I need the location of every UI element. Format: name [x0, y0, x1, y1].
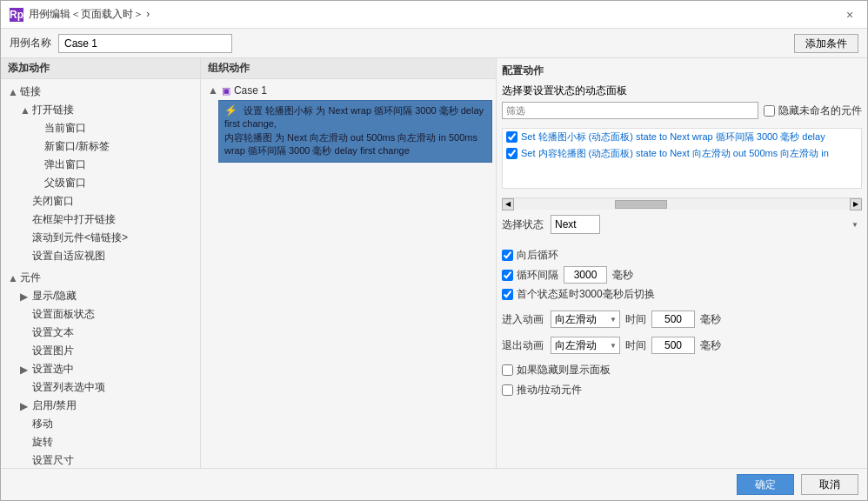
tree-children-links: ▲ 打开链接 当前窗口 新窗口/新标签 弹出窗口 父级窗口 关闭窗口 在框架中打…	[1, 101, 200, 265]
case-header: ▲ ▣ Case 1	[204, 83, 492, 98]
enter-anim-time-unit: 毫秒	[700, 312, 721, 327]
case-tree-arrow: ▲	[208, 84, 218, 97]
interval-checkbox[interactable]	[502, 270, 513, 281]
first-delay-checkbox[interactable]	[502, 289, 513, 300]
tree-children-elements: ▶ 显示/隐藏 设置面板状态 设置文本 设置图片 ▶ 设置选中 设置列表选中项 …	[1, 287, 200, 468]
forward-loop-option[interactable]: 向后循环	[502, 248, 862, 263]
action-tree: ▲ 链接 ▲ 打开链接 当前窗口 新窗口/新标签 弹出窗口 父级窗口	[1, 79, 200, 468]
tree-arrow-elements: ▲	[8, 272, 20, 284]
tree-item-open-link[interactable]: ▲ 打开链接	[13, 101, 200, 119]
select-panel-label: 选择要设置状态的动态面板	[502, 84, 627, 98]
tree-item-show-hide[interactable]: ▶ 显示/隐藏	[13, 287, 200, 305]
usecase-name-input[interactable]	[58, 34, 232, 53]
confirm-button[interactable]: 确定	[737, 474, 794, 495]
tree-leaf-current-window[interactable]: 当前窗口	[25, 119, 200, 137]
tree-leaf-adaptive-view[interactable]: 设置自适应视图	[13, 247, 200, 265]
first-delay-option[interactable]: 首个状态延时3000毫秒后切换	[502, 287, 862, 302]
filter-row: 隐藏未命名的元件	[502, 102, 862, 119]
h-scroll-left-btn[interactable]: ◀	[502, 198, 514, 210]
interval-input[interactable]	[564, 266, 607, 284]
tree-leaf-set-list-selected[interactable]: 设置列表选中项	[13, 378, 200, 397]
list-item-1[interactable]: Set 内容轮播图 (动态面板) state to Next 向左滑动 out …	[503, 145, 861, 162]
list-item-1-checkbox[interactable]	[506, 148, 517, 159]
filter-input[interactable]	[502, 102, 758, 119]
hide-unnamed-label[interactable]: 隐藏未命名的元件	[764, 104, 862, 118]
right-panel: 配置动作 选择要设置状态的动态面板 隐藏未命名的元件 Set 轮播图小标 (动态…	[497, 58, 867, 468]
enter-anim-select[interactable]: 向左滑动 向右滑动 向上滑动 向下滑动 淡入淡出 无	[551, 311, 620, 328]
tree-leaf-popup[interactable]: 弹出窗口	[25, 156, 200, 174]
config-header: 配置动作 选择要设置状态的动态面板 隐藏未命名的元件	[502, 63, 862, 123]
tree-item-set-selected[interactable]: ▶ 设置选中	[13, 360, 200, 378]
state-select[interactable]: Next Previous First Last	[551, 215, 600, 234]
exit-anim-time-label: 时间	[625, 338, 646, 353]
tree-arrow-open-link: ▲	[20, 104, 32, 117]
exit-anim-time-unit: 毫秒	[700, 338, 721, 353]
interval-checkbox-label[interactable]: 循环间隔	[502, 268, 558, 283]
tree-arrow-show-hide: ▶	[20, 291, 32, 303]
tree-leaf-open-in-frame[interactable]: 在框架中打开链接	[13, 210, 200, 229]
config-title: 配置动作	[502, 63, 862, 78]
push-pull-checkbox[interactable]	[502, 384, 513, 396]
tree-item-elements[interactable]: ▲ 元件	[1, 269, 200, 287]
tree-leaf-new-tab[interactable]: 新窗口/新标签	[25, 137, 200, 156]
push-pull-option[interactable]: 推动/拉动元件	[502, 383, 862, 397]
tree-node-elements: ▲ 元件 ▶ 显示/隐藏 设置面板状态 设置文本 设置图片 ▶ 设置选	[1, 267, 200, 468]
left-panel: 添加动作 ▲ 链接 ▲ 打开链接 当前窗口 新	[1, 58, 201, 468]
title-bar: Rp 用例编辑＜页面载入时＞ › ×	[1, 1, 867, 29]
state-label: 选择状态	[502, 217, 545, 232]
enter-anim-row: 进入动画 向左滑动 向右滑动 向上滑动 向下滑动 淡入淡出 无 时间 毫秒	[502, 311, 862, 328]
tree-label-enable-disable: 启用/禁用	[32, 398, 77, 413]
list-item-0-text: Set 轮播图小标 (动态面板) state to Next wrap 循环间隔…	[521, 130, 825, 144]
usecase-bar: 用例名称 添加条件	[1, 29, 867, 58]
horizontal-scrollbar[interactable]: ◀ ▶	[502, 197, 862, 210]
tree-children-open-link: 当前窗口 新窗口/新标签 弹出窗口 父级窗口	[13, 119, 200, 192]
tree-item-links[interactable]: ▲ 链接	[1, 83, 200, 101]
list-item-0[interactable]: Set 轮播图小标 (动态面板) state to Next wrap 循环间隔…	[503, 129, 861, 145]
cancel-button[interactable]: 取消	[801, 474, 858, 495]
exit-anim-label: 退出动画	[502, 338, 545, 353]
tree-leaf-set-size[interactable]: 设置尺寸	[13, 451, 200, 468]
list-item-1-text: Set 内容轮播图 (动态面板) state to Next 向左滑动 out …	[521, 147, 829, 160]
state-select-wrapper: Next Previous First Last	[551, 215, 862, 234]
tree-leaf-move[interactable]: 移动	[13, 415, 200, 433]
tree-leaf-set-image[interactable]: 设置图片	[13, 342, 200, 360]
case-title: Case 1	[234, 84, 267, 97]
tree-label-open-link: 打开链接	[32, 103, 74, 117]
breadcrumb: 用例编辑＜页面载入时＞ ›	[29, 7, 150, 22]
close-button[interactable]: ×	[841, 6, 858, 23]
bottom-bar: 确定 取消	[1, 468, 867, 500]
add-condition-button[interactable]: 添加条件	[794, 34, 858, 53]
tree-leaf-scroll-to[interactable]: 滚动到元件<锚链接>	[13, 229, 200, 247]
action-item-0[interactable]: ⚡ 设置 轮播图小标 为 Next wrap 循环间隔 3000 毫秒 dela…	[218, 100, 492, 163]
tree-arrow-links: ▲	[8, 86, 20, 98]
tree-arrow-set-selected: ▶	[20, 364, 32, 376]
main-content: 添加动作 ▲ 链接 ▲ 打开链接 当前窗口 新	[1, 58, 867, 468]
tree-leaf-set-panel-state[interactable]: 设置面板状态	[13, 305, 200, 324]
tree-leaf-rotate[interactable]: 旋转	[13, 433, 200, 451]
hide-unnamed-checkbox[interactable]	[764, 105, 775, 117]
list-item-0-checkbox[interactable]	[506, 131, 517, 143]
interval-unit: 毫秒	[612, 268, 633, 283]
lightning-icon: ⚡	[224, 104, 237, 117]
forward-loop-checkbox[interactable]	[502, 250, 513, 261]
h-scroll-right-btn[interactable]: ▶	[850, 198, 862, 210]
show-if-hidden-checkbox[interactable]	[502, 364, 513, 376]
tree-item-enable-disable[interactable]: ▶ 启用/禁用	[13, 397, 200, 415]
exit-anim-select[interactable]: 向左滑动 向右滑动 向上滑动 向下滑动 淡入淡出 无	[551, 337, 620, 354]
app-icon: Rp	[10, 8, 23, 22]
h-scroll-thumb[interactable]	[615, 200, 667, 209]
enter-anim-time-label: 时间	[625, 312, 646, 327]
tree-leaf-set-text[interactable]: 设置文本	[13, 324, 200, 342]
enter-anim-time-input[interactable]	[651, 311, 695, 328]
interval-option: 循环间隔 毫秒	[502, 266, 862, 284]
panel-list: Set 轮播图小标 (动态面板) state to Next wrap 循环间隔…	[502, 128, 862, 189]
tree-node-links: ▲ 链接 ▲ 打开链接 当前窗口 新窗口/新标签 弹出窗口 父级窗口	[1, 81, 200, 267]
tree-leaf-close-window[interactable]: 关闭窗口	[13, 192, 200, 210]
middle-panel-header: 组织动作	[201, 58, 496, 79]
tree-leaf-parent[interactable]: 父级窗口	[25, 174, 200, 192]
case-icon: ▣	[222, 85, 230, 97]
exit-anim-time-input[interactable]	[651, 337, 695, 354]
show-if-hidden-option[interactable]: 如果隐藏则显示面板	[502, 363, 862, 377]
case-tree: ▲ ▣ Case 1 ⚡ 设置 轮播图小标 为 Next wrap 循环间隔 3…	[201, 79, 496, 468]
options-section: 向后循环 循环间隔 毫秒 首个状态延时3000毫秒后切换	[502, 244, 862, 305]
